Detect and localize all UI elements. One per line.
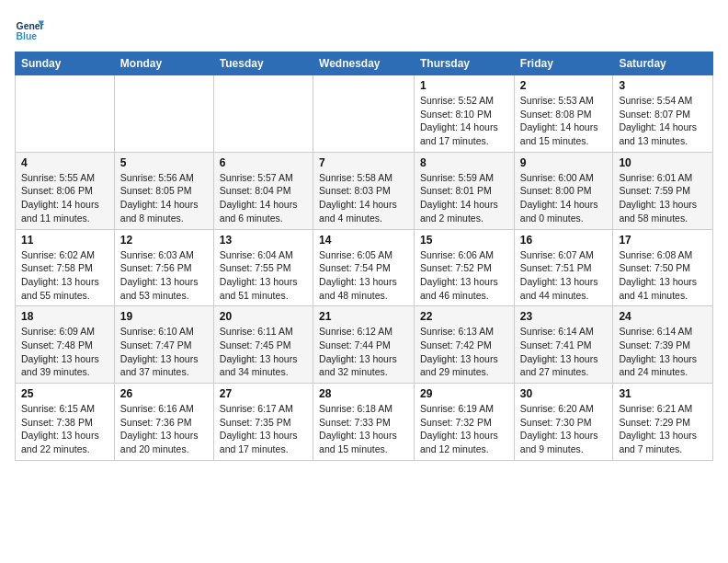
day-number: 10 bbox=[619, 156, 707, 169]
day-info: Sunrise: 5:57 AM Sunset: 8:04 PM Dayligh… bbox=[220, 171, 307, 225]
day-number: 9 bbox=[520, 156, 608, 169]
calendar-cell: 14Sunrise: 6:05 AM Sunset: 7:54 PM Dayli… bbox=[313, 229, 415, 306]
day-info: Sunrise: 6:18 AM Sunset: 7:33 PM Dayligh… bbox=[319, 402, 408, 456]
calendar-cell: 16Sunrise: 6:07 AM Sunset: 7:51 PM Dayli… bbox=[514, 229, 613, 306]
calendar-cell: 20Sunrise: 6:11 AM Sunset: 7:45 PM Dayli… bbox=[213, 306, 313, 384]
logo: General Blue bbox=[15, 15, 44, 44]
day-number: 28 bbox=[319, 387, 408, 400]
day-info: Sunrise: 5:58 AM Sunset: 8:03 PM Dayligh… bbox=[319, 171, 408, 225]
calendar-cell: 18Sunrise: 6:09 AM Sunset: 7:48 PM Dayli… bbox=[16, 306, 115, 384]
day-number: 7 bbox=[319, 156, 408, 169]
day-info: Sunrise: 6:21 AM Sunset: 7:29 PM Dayligh… bbox=[619, 402, 707, 456]
day-number: 6 bbox=[220, 156, 307, 169]
day-number: 2 bbox=[520, 79, 608, 92]
day-info: Sunrise: 6:08 AM Sunset: 7:50 PM Dayligh… bbox=[619, 248, 707, 303]
day-info: Sunrise: 6:14 AM Sunset: 7:39 PM Dayligh… bbox=[619, 325, 707, 379]
day-number: 3 bbox=[619, 79, 707, 92]
calendar-cell: 3Sunrise: 5:54 AM Sunset: 8:07 PM Daylig… bbox=[613, 75, 713, 153]
day-info: Sunrise: 6:02 AM Sunset: 7:58 PM Dayligh… bbox=[21, 248, 108, 303]
calendar-cell: 8Sunrise: 5:59 AM Sunset: 8:01 PM Daylig… bbox=[415, 152, 515, 229]
day-info: Sunrise: 6:05 AM Sunset: 7:54 PM Dayligh… bbox=[319, 248, 408, 303]
day-info: Sunrise: 6:15 AM Sunset: 7:38 PM Dayligh… bbox=[21, 402, 108, 456]
day-info: Sunrise: 6:03 AM Sunset: 7:56 PM Dayligh… bbox=[120, 248, 208, 303]
day-number: 29 bbox=[420, 387, 508, 400]
day-info: Sunrise: 6:09 AM Sunset: 7:48 PM Dayligh… bbox=[21, 325, 108, 379]
day-number: 26 bbox=[120, 387, 208, 400]
day-info: Sunrise: 6:11 AM Sunset: 7:45 PM Dayligh… bbox=[220, 325, 307, 379]
day-number: 13 bbox=[220, 234, 307, 247]
calendar-cell: 26Sunrise: 6:16 AM Sunset: 7:36 PM Dayli… bbox=[114, 384, 213, 461]
day-number: 1 bbox=[420, 79, 508, 92]
day-number: 18 bbox=[21, 310, 108, 323]
calendar-cell: 28Sunrise: 6:18 AM Sunset: 7:33 PM Dayli… bbox=[313, 384, 415, 461]
day-number: 17 bbox=[619, 234, 707, 247]
calendar-cell: 25Sunrise: 6:15 AM Sunset: 7:38 PM Dayli… bbox=[16, 384, 115, 461]
calendar-cell: 4Sunrise: 5:55 AM Sunset: 8:06 PM Daylig… bbox=[16, 152, 115, 229]
calendar-cell bbox=[313, 75, 415, 153]
day-info: Sunrise: 6:14 AM Sunset: 7:41 PM Dayligh… bbox=[520, 325, 608, 379]
day-number: 20 bbox=[220, 310, 307, 323]
day-number: 19 bbox=[120, 310, 208, 323]
calendar-cell: 29Sunrise: 6:19 AM Sunset: 7:32 PM Dayli… bbox=[415, 384, 515, 461]
calendar-cell: 12Sunrise: 6:03 AM Sunset: 7:56 PM Dayli… bbox=[114, 229, 213, 306]
day-info: Sunrise: 6:20 AM Sunset: 7:30 PM Dayligh… bbox=[520, 402, 608, 456]
day-info: Sunrise: 6:06 AM Sunset: 7:52 PM Dayligh… bbox=[420, 248, 508, 303]
day-number: 15 bbox=[420, 234, 508, 247]
day-number: 27 bbox=[220, 387, 307, 400]
calendar-cell: 23Sunrise: 6:14 AM Sunset: 7:41 PM Dayli… bbox=[514, 306, 613, 384]
weekday-header-wednesday: Wednesday bbox=[313, 52, 415, 75]
day-info: Sunrise: 6:01 AM Sunset: 7:59 PM Dayligh… bbox=[619, 171, 707, 225]
calendar-cell: 2Sunrise: 5:53 AM Sunset: 8:08 PM Daylig… bbox=[514, 75, 613, 153]
day-number: 8 bbox=[420, 156, 508, 169]
day-info: Sunrise: 6:10 AM Sunset: 7:47 PM Dayligh… bbox=[120, 325, 208, 379]
day-number: 25 bbox=[21, 387, 108, 400]
day-info: Sunrise: 5:59 AM Sunset: 8:01 PM Dayligh… bbox=[420, 171, 508, 225]
day-number: 11 bbox=[21, 234, 108, 247]
calendar-cell: 13Sunrise: 6:04 AM Sunset: 7:55 PM Dayli… bbox=[213, 229, 313, 306]
day-number: 23 bbox=[520, 310, 608, 323]
calendar-cell: 17Sunrise: 6:08 AM Sunset: 7:50 PM Dayli… bbox=[613, 229, 713, 306]
day-info: Sunrise: 6:13 AM Sunset: 7:42 PM Dayligh… bbox=[420, 325, 508, 379]
day-number: 14 bbox=[319, 234, 408, 247]
calendar-cell: 10Sunrise: 6:01 AM Sunset: 7:59 PM Dayli… bbox=[613, 152, 713, 229]
calendar-cell: 27Sunrise: 6:17 AM Sunset: 7:35 PM Dayli… bbox=[213, 384, 313, 461]
calendar-cell: 5Sunrise: 5:56 AM Sunset: 8:05 PM Daylig… bbox=[114, 152, 213, 229]
day-info: Sunrise: 6:07 AM Sunset: 7:51 PM Dayligh… bbox=[520, 248, 608, 303]
day-info: Sunrise: 6:16 AM Sunset: 7:36 PM Dayligh… bbox=[120, 402, 208, 456]
day-number: 21 bbox=[319, 310, 408, 323]
calendar-cell: 7Sunrise: 5:58 AM Sunset: 8:03 PM Daylig… bbox=[313, 152, 415, 229]
calendar-cell: 30Sunrise: 6:20 AM Sunset: 7:30 PM Dayli… bbox=[514, 384, 613, 461]
calendar-cell: 31Sunrise: 6:21 AM Sunset: 7:29 PM Dayli… bbox=[613, 384, 713, 461]
weekday-header-monday: Monday bbox=[114, 52, 213, 75]
day-number: 24 bbox=[619, 310, 707, 323]
calendar-cell: 9Sunrise: 6:00 AM Sunset: 8:00 PM Daylig… bbox=[514, 152, 613, 229]
day-number: 12 bbox=[120, 234, 208, 247]
day-info: Sunrise: 5:56 AM Sunset: 8:05 PM Dayligh… bbox=[120, 171, 208, 225]
page-header: General Blue bbox=[15, 15, 713, 44]
weekday-header-friday: Friday bbox=[514, 52, 613, 75]
calendar-cell bbox=[213, 75, 313, 153]
day-info: Sunrise: 5:55 AM Sunset: 8:06 PM Dayligh… bbox=[21, 171, 108, 225]
day-number: 16 bbox=[520, 234, 608, 247]
weekday-header-thursday: Thursday bbox=[415, 52, 515, 75]
day-number: 4 bbox=[21, 156, 108, 169]
day-info: Sunrise: 6:17 AM Sunset: 7:35 PM Dayligh… bbox=[220, 402, 307, 456]
day-info: Sunrise: 5:53 AM Sunset: 8:08 PM Dayligh… bbox=[520, 94, 608, 148]
day-info: Sunrise: 6:12 AM Sunset: 7:44 PM Dayligh… bbox=[319, 325, 408, 379]
day-info: Sunrise: 6:04 AM Sunset: 7:55 PM Dayligh… bbox=[220, 248, 307, 303]
calendar-cell: 11Sunrise: 6:02 AM Sunset: 7:58 PM Dayli… bbox=[16, 229, 115, 306]
calendar-table: SundayMondayTuesdayWednesdayThursdayFrid… bbox=[15, 52, 713, 461]
calendar-cell: 6Sunrise: 5:57 AM Sunset: 8:04 PM Daylig… bbox=[213, 152, 313, 229]
day-info: Sunrise: 5:52 AM Sunset: 8:10 PM Dayligh… bbox=[420, 94, 508, 148]
day-number: 5 bbox=[120, 156, 208, 169]
calendar-cell: 24Sunrise: 6:14 AM Sunset: 7:39 PM Dayli… bbox=[613, 306, 713, 384]
weekday-header-sunday: Sunday bbox=[16, 52, 115, 75]
weekday-header-saturday: Saturday bbox=[613, 52, 713, 75]
calendar-cell bbox=[16, 75, 115, 153]
day-info: Sunrise: 5:54 AM Sunset: 8:07 PM Dayligh… bbox=[619, 94, 707, 148]
calendar-cell: 19Sunrise: 6:10 AM Sunset: 7:47 PM Dayli… bbox=[114, 306, 213, 384]
day-info: Sunrise: 6:19 AM Sunset: 7:32 PM Dayligh… bbox=[420, 402, 508, 456]
day-number: 30 bbox=[520, 387, 608, 400]
calendar-cell: 15Sunrise: 6:06 AM Sunset: 7:52 PM Dayli… bbox=[415, 229, 515, 306]
day-number: 31 bbox=[619, 387, 707, 400]
